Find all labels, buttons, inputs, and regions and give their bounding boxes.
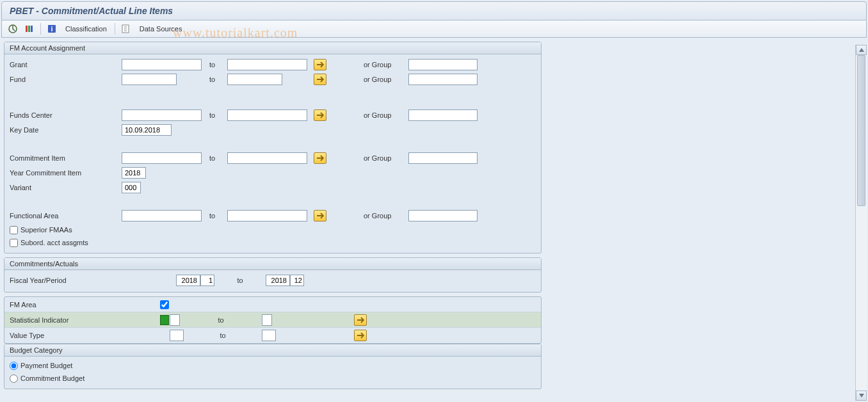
fiscal-from-period-input[interactable] bbox=[200, 275, 214, 286]
stat-multi-select-button[interactable] bbox=[354, 314, 367, 326]
stat-to-input[interactable] bbox=[262, 314, 272, 326]
grant-to-input[interactable] bbox=[227, 59, 307, 70]
commitment-item-to-input[interactable] bbox=[227, 152, 307, 164]
fund-label: Fund bbox=[10, 76, 122, 83]
to-label: to bbox=[202, 111, 227, 119]
functional-area-label: Functional Area bbox=[10, 212, 122, 220]
grant-label: Grant bbox=[10, 61, 122, 68]
superior-fmaas-row: Superior FMAAs bbox=[10, 223, 536, 236]
fund-row: Fund to or Group bbox=[10, 72, 536, 86]
fiscal-year-label: Fiscal Year/Period bbox=[10, 277, 176, 284]
or-group-label: or Group bbox=[364, 154, 408, 162]
superior-fmaas-label: Superior FMAAs bbox=[20, 226, 72, 234]
superior-fmaas-checkbox[interactable] bbox=[10, 226, 18, 234]
payment-budget-label: Payment Budget bbox=[20, 362, 72, 369]
scroll-thumb[interactable] bbox=[857, 55, 865, 206]
commitment-budget-row: Commitment Budget bbox=[10, 372, 536, 385]
statistical-indicator-row: Statistical Indicator to bbox=[4, 312, 541, 328]
or-group-label: or Group bbox=[364, 111, 408, 119]
vertical-scrollbar[interactable] bbox=[855, 45, 867, 401]
funds-center-group-input[interactable] bbox=[408, 109, 478, 121]
commitment-budget-label: Commitment Budget bbox=[20, 374, 84, 382]
variant-icon[interactable] bbox=[24, 23, 35, 35]
to-label: to bbox=[202, 154, 227, 162]
budget-category-group: Budget Category Payment Budget Commitmen… bbox=[4, 344, 542, 389]
to-label: to bbox=[180, 316, 262, 324]
value-type-to-input[interactable] bbox=[262, 330, 276, 341]
variant-label: Variant bbox=[10, 184, 122, 191]
to-label: to bbox=[184, 332, 262, 339]
value-type-label: Value Type bbox=[10, 332, 160, 339]
fm-area-label: FM Area bbox=[10, 301, 160, 309]
grant-from-input[interactable] bbox=[122, 59, 202, 70]
fm-area-row: FM Area bbox=[4, 297, 541, 312]
fiscal-from-year-input[interactable] bbox=[176, 275, 200, 286]
key-date-input[interactable] bbox=[122, 124, 172, 136]
to-label: to bbox=[202, 76, 227, 83]
classification-button[interactable]: Classification bbox=[63, 24, 109, 34]
fund-multi-select-button[interactable] bbox=[314, 74, 326, 85]
funds-center-to-input[interactable] bbox=[227, 109, 307, 121]
subord-acct-label: Subord. acct assgmts bbox=[20, 239, 88, 246]
funds-center-row: Funds Center to or Group bbox=[10, 108, 536, 122]
page-title: PBET - Commitment/Actual Line Items bbox=[10, 6, 173, 16]
commitment-item-from-input[interactable] bbox=[122, 152, 202, 164]
data-sources-button[interactable]: Data Sources bbox=[137, 24, 185, 34]
data-source-icon[interactable] bbox=[120, 23, 132, 35]
grant-group-input[interactable] bbox=[408, 59, 478, 70]
funds-center-label: Funds Center bbox=[10, 111, 122, 119]
subord-acct-row: Subord. acct assgmts bbox=[10, 236, 536, 249]
to-label: to bbox=[202, 61, 227, 68]
functional-area-from-input[interactable] bbox=[122, 210, 202, 221]
funds-center-multi-select-button[interactable] bbox=[314, 109, 326, 121]
info-icon[interactable]: i bbox=[46, 23, 58, 35]
execute-icon[interactable] bbox=[7, 23, 19, 35]
fund-from-input[interactable] bbox=[122, 74, 177, 85]
commitment-item-group-input[interactable] bbox=[408, 152, 478, 164]
functional-area-multi-select-button[interactable] bbox=[314, 210, 326, 221]
funds-center-from-input[interactable] bbox=[122, 109, 202, 121]
year-commitment-label: Year Commitment Item bbox=[10, 169, 122, 177]
commitment-item-multi-select-button[interactable] bbox=[314, 152, 326, 164]
or-group-label: or Group bbox=[364, 212, 408, 220]
year-commitment-input[interactable] bbox=[122, 167, 146, 179]
value-type-row: Value Type to bbox=[4, 328, 541, 343]
indicator-group: FM Area Statistical Indicator to Value T… bbox=[4, 296, 542, 344]
svg-rect-1 bbox=[26, 26, 28, 32]
svg-text:i: i bbox=[51, 25, 52, 33]
functional-area-group-input[interactable] bbox=[408, 210, 478, 221]
subord-acct-checkbox[interactable] bbox=[10, 239, 18, 247]
scroll-track[interactable] bbox=[856, 55, 867, 390]
key-date-label: Key Date bbox=[10, 126, 122, 134]
selection-indicator-icon[interactable] bbox=[160, 315, 169, 325]
functional-area-row: Functional Area to or Group bbox=[10, 209, 536, 223]
payment-budget-radio[interactable] bbox=[10, 362, 18, 370]
fund-group-input[interactable] bbox=[408, 74, 478, 85]
fm-account-assignment-group: FM Account Assignment Grant to or Group bbox=[4, 42, 542, 253]
header-bar: PBET - Commitment/Actual Line Items bbox=[1, 1, 867, 20]
grant-row: Grant to or Group bbox=[10, 58, 536, 72]
value-type-from-input[interactable] bbox=[170, 330, 184, 341]
budget-category-header: Budget Category bbox=[4, 344, 541, 357]
variant-row: Variant bbox=[10, 181, 536, 195]
scroll-up-button[interactable] bbox=[856, 45, 867, 55]
value-type-multi-select-button[interactable] bbox=[354, 330, 367, 341]
to-label: to bbox=[202, 212, 227, 220]
commitment-item-row: Commitment Item to or Group bbox=[10, 151, 536, 165]
commitment-budget-radio[interactable] bbox=[10, 374, 18, 383]
grant-multi-select-button[interactable] bbox=[314, 59, 326, 70]
stat-from-input[interactable] bbox=[170, 314, 180, 326]
fm-area-checkbox[interactable] bbox=[160, 300, 169, 309]
commitment-item-label: Commitment Item bbox=[10, 154, 122, 162]
to-label: to bbox=[214, 277, 266, 284]
or-group-label: or Group bbox=[364, 61, 408, 68]
fiscal-to-year-input[interactable] bbox=[266, 275, 290, 286]
toolbar: i Classification Data Sources bbox=[1, 20, 867, 38]
scroll-down-button[interactable] bbox=[856, 390, 867, 401]
fiscal-to-period-input[interactable] bbox=[290, 275, 304, 286]
fund-to-input[interactable] bbox=[227, 74, 282, 85]
functional-area-to-input[interactable] bbox=[227, 210, 307, 221]
svg-rect-2 bbox=[28, 26, 30, 32]
svg-rect-3 bbox=[31, 26, 33, 32]
variant-input[interactable] bbox=[122, 182, 141, 193]
